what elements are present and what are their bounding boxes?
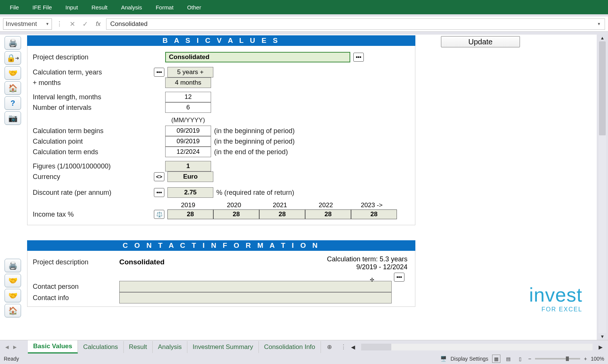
display-settings-icon[interactable]: 🖥️ — [440, 356, 447, 362]
calc-term-months-value[interactable]: 4 months — [165, 77, 211, 88]
calc-term-label: Calculation term, years — [33, 68, 157, 76]
calc-point-value[interactable]: 09/2019 — [165, 136, 211, 147]
zoom-in-button[interactable]: + — [584, 356, 587, 362]
year-2021-header: 2021 — [257, 202, 303, 209]
scroll-thumb[interactable] — [599, 41, 606, 135]
discount-more-button[interactable]: ••• — [154, 188, 164, 197]
contact-person-label: Contact person — [33, 283, 119, 291]
menu-input[interactable]: Input — [59, 0, 85, 14]
worksheet-area: 🖨️ 🔒➜ 🤝 🏠 ? 📷 B A S I C V A L U E S Upda… — [0, 35, 597, 340]
figures-value[interactable]: 1 — [165, 161, 211, 171]
calc-ends-note: (in the end of the period) — [214, 148, 288, 156]
tax-2020[interactable]: 28 — [213, 209, 259, 219]
handshake-button-2[interactable]: 🤝 — [5, 274, 21, 287]
brand-logo: invest FOR EXCEL — [529, 284, 582, 313]
contact-more-button[interactable]: ••• — [394, 273, 404, 282]
update-button[interactable]: Update — [441, 36, 520, 47]
home-button-2[interactable]: 🏠 — [5, 304, 21, 317]
contact-info-input[interactable] — [119, 292, 392, 303]
menu-result[interactable]: Result — [85, 0, 114, 14]
view-page-break-icon[interactable]: ▯ — [516, 355, 524, 363]
hscroll-thumb[interactable] — [361, 344, 391, 350]
zoom-out-button[interactable]: − — [528, 356, 531, 362]
currency-toggle-button[interactable]: <> — [154, 172, 164, 181]
project-description-label: Project description — [33, 53, 157, 61]
calc-begins-label: Calculation term begins — [33, 127, 157, 135]
num-intervals-label: Number of intervals — [33, 104, 157, 112]
zoom-thumb[interactable] — [566, 356, 569, 361]
chevron-down-icon[interactable]: ▼ — [597, 22, 601, 26]
camera-button[interactable]: 📷 — [5, 111, 21, 125]
menu-other[interactable]: Other — [180, 0, 208, 14]
calc-ends-value[interactable]: 12/2024 — [165, 147, 211, 157]
vertical-scrollbar[interactable]: ▲ ▼ — [597, 35, 608, 340]
status-bar: Ready 🖥️ Display Settings ▦ ▤ ▯ − + 100% — [0, 353, 608, 364]
basic-values-header: B A S I C V A L U E S — [27, 35, 415, 46]
left-toolbar-2: 🖨️ 🤝 🤝 🏠 — [5, 259, 23, 317]
chevron-down-icon[interactable]: ▼ — [46, 22, 49, 26]
tab-basic-values[interactable]: Basic Values — [28, 340, 78, 353]
contact-info-form: Project description Consolidated Calcula… — [27, 251, 415, 307]
view-page-layout-icon[interactable]: ▤ — [504, 355, 512, 363]
calc-point-label: Calculation point — [33, 138, 157, 146]
tab-nav-prev[interactable]: ◀ — [3, 344, 11, 350]
project-description-input[interactable]: Consolidated — [165, 52, 350, 62]
tax-2023[interactable]: 28 — [351, 209, 397, 219]
tax-2022[interactable]: 28 — [305, 209, 351, 219]
fx-icon[interactable]: fx — [93, 21, 104, 27]
tab-result[interactable]: Result — [124, 341, 153, 353]
help-button[interactable]: ? — [5, 96, 21, 110]
project-description-more-button[interactable]: ••• — [353, 53, 364, 62]
print-button[interactable]: 🖨️ — [5, 36, 21, 50]
tab-analysis[interactable]: Analysis — [153, 341, 187, 353]
menu-format[interactable]: Format — [149, 0, 181, 14]
menu-file[interactable]: File — [3, 0, 26, 14]
interval-length-label: Interval length, months — [33, 93, 157, 101]
home-button[interactable]: 🏠 — [5, 81, 21, 95]
name-box[interactable]: Investment ▼ — [3, 18, 52, 30]
zoom-slider[interactable] — [535, 358, 580, 359]
key-button[interactable]: 🔒➜ — [5, 51, 21, 65]
tab-consolidation-info[interactable]: Consolidation Info — [259, 341, 321, 353]
view-normal-icon[interactable]: ▦ — [492, 355, 500, 363]
horizontal-scrollbar[interactable] — [361, 344, 593, 350]
menu-analysis[interactable]: Analysis — [114, 0, 149, 14]
calc-term-summary: Calculation term: 5.3 years 9/2019 - 12/… — [327, 255, 407, 282]
formula-value: Consolidated — [110, 20, 147, 28]
accept-icon[interactable]: ✓ — [80, 20, 90, 28]
handshake-button[interactable]: 🤝 — [5, 66, 21, 80]
hscroll-right[interactable]: ▶ — [596, 344, 605, 350]
scroll-track[interactable] — [599, 41, 606, 333]
currency-value[interactable]: Euro — [167, 171, 213, 182]
tab-investment-summary[interactable]: Investment Summary — [187, 341, 259, 353]
menu-bar: File IFE File Input Result Analysis Form… — [0, 0, 608, 14]
hscroll-left[interactable]: ◀ — [349, 344, 357, 350]
formula-input[interactable]: Consolidated ▼ — [106, 18, 605, 30]
calc-term-years-value[interactable]: 5 years + — [167, 67, 213, 77]
num-intervals-value[interactable]: 6 — [165, 102, 211, 113]
tab-calculations[interactable]: Calculations — [78, 341, 124, 353]
calc-begins-value[interactable]: 09/2019 — [165, 126, 211, 136]
tax-2021[interactable]: 28 — [259, 209, 305, 219]
tax-2019[interactable]: 28 — [167, 209, 213, 219]
interval-length-value[interactable]: 12 — [165, 92, 211, 102]
contact-person-input[interactable] — [119, 281, 392, 292]
income-tax-balance-button[interactable]: ⚖️ — [154, 210, 164, 219]
display-settings-label[interactable]: Display Settings — [450, 356, 488, 362]
discount-rate-value[interactable]: 2.75 — [167, 187, 213, 198]
date-range-text: 9/2019 - 12/2024 — [356, 263, 407, 271]
scroll-up-icon[interactable]: ▲ — [600, 35, 605, 41]
calc-term-more-button[interactable]: ••• — [154, 68, 164, 77]
figures-label: Figures (1/1000/1000000) — [33, 162, 157, 170]
contact-project-desc-value: Consolidated — [119, 258, 164, 266]
handshake-button-3[interactable]: 🤝 — [5, 289, 21, 302]
tab-nav-next[interactable]: ▶ — [11, 344, 19, 350]
cancel-icon[interactable]: ✕ — [67, 20, 78, 28]
scroll-down-icon[interactable]: ▼ — [600, 334, 605, 339]
print-button-2[interactable]: 🖨️ — [5, 259, 21, 272]
add-sheet-button[interactable]: ⊕ — [325, 342, 334, 352]
zoom-level[interactable]: 100% — [591, 356, 604, 362]
calc-begins-note: (in the beginning of period) — [214, 127, 295, 135]
basic-values-form: Project description Consolidated ••• Cal… — [27, 46, 415, 225]
menu-ife-file[interactable]: IFE File — [26, 0, 59, 14]
